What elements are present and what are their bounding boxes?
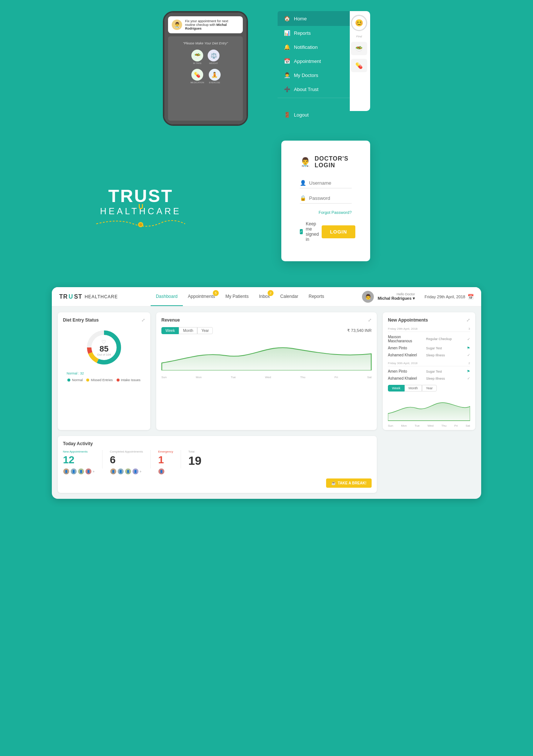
appt-name-4: Amen Pinto [388,369,426,373]
appt-date-header-2: Friday 30th April, 2018 2 [388,362,470,366]
intake-icon: 🥗 [191,50,203,61]
dashboard-row-2: Today Activity New Appointments 12 👤 👤 👤… [52,436,481,499]
dashboard-logo: TR U ST HEALTHCARE [59,293,118,300]
mydoctors-icon: 👨‍⚕️ [284,72,290,78]
appt-type-5: Sleep Illness [426,377,464,380]
notification-label: Notification [294,44,318,50]
comp-avatar-4: 👤 [132,468,139,475]
appt-day-thu: Thu [441,424,446,427]
stethoscope-icon: ∪ [138,202,145,211]
section2-inner: TR U ∪ ST HEALTHCARE [0,141,533,261]
keep-signed-row: ✓ Keep me signed in LOGIN [300,221,352,242]
diet-expand-icon[interactable]: ⤢ [141,317,145,323]
appt-title-row: New Appointments ⤢ [388,317,470,323]
total-label: Total [188,450,202,453]
appt-group-2: Friday 30th April, 2018 2 Amen Pinto Sug… [388,362,470,382]
sidebar-item-notification[interactable]: 🔔 Notification [278,40,350,54]
appt-tab-week[interactable]: Week [388,385,405,392]
appt-date-2: Friday 30th April, 2018 [388,362,418,365]
username-label[interactable]: Michal Rodrigues ▾ [378,296,415,301]
inbox-badge: 2 [268,290,274,296]
new-appointments-card: New Appointments ⤢ Friday 29th April, 20… [383,312,475,430]
password-input[interactable] [309,195,352,201]
appt-row-5: Ashamed Khaleel Sleep Illness ✓ [388,375,470,382]
donut-number: 85 [97,345,111,353]
date-text: Friday 29th April, 2018 [425,295,465,299]
nav-appointments-label: Appointments [188,294,215,299]
appt-row-2: Amen Pinto Sugar Test ⚑ [388,345,470,352]
appointments-badge: 5 [213,290,219,296]
dashboard-body: Diet Entry Status ⤢ ♡ [52,306,481,436]
sidebar-item-mydoctors[interactable]: 👨‍⚕️ My Doctors [278,68,350,82]
revenue-amount: ₹ 73,540 INR [347,328,372,333]
phone-notification: 👨‍⚕️ Fix your appointment for next routi… [168,16,243,33]
peek-face-circle: 😊 [351,15,367,31]
take-break-button[interactable]: ☕ TAKE A BREAK! [326,478,372,488]
password-field-row: 🔒 [300,195,352,204]
appt-chart-svg [388,395,470,421]
tab-week[interactable]: Week [161,327,179,334]
login-button[interactable]: LOGIN [322,225,355,238]
peek-find-label: Find [356,35,362,38]
mydoctors-label: My Doctors [294,73,318,78]
tab-month[interactable]: Month [179,327,197,334]
appt-count-1: 3 [469,327,470,330]
nav-item-appointments[interactable]: Appointments 5 [183,287,220,306]
nav-item-inbox[interactable]: Inbox 2 [254,287,275,306]
notification-icon: 🔔 [284,44,290,50]
nav-item-calendar[interactable]: Calendar [275,287,304,306]
appt-mini-chart: Sun Mon Tue Wed Thu Fri Sat [388,395,470,425]
sidebar-item-reports[interactable]: 📊 Reports [278,26,350,40]
appt-row-1: Maxson Mascharanous Regular Checkup ✓ [388,333,470,345]
appt-day-mon: Mon [401,424,407,427]
phone-screen: 👨‍⚕️ Fix your appointment for next routi… [164,13,247,124]
weight-icon: ⚖️ [208,50,219,61]
sidebar-item-appointment[interactable]: 📅 Appointment [278,54,350,68]
dashboard-header: TR U ST HEALTHCARE Dashboard Appointment… [52,287,481,306]
keep-signed-label: Keep me signed in [306,221,319,242]
appt-expand-icon[interactable]: ⤢ [466,317,470,323]
dashboard-user-area: 👨 Hello Doctor Michal Rodrigues ▾ Friday… [362,291,474,303]
left-phone-mockup: 👨‍⚕️ Fix your appointment for next routi… [163,11,248,126]
donut-container: ♡ 85 Out of 104 [63,327,145,368]
dashboard-nav: Dashboard Appointments 5 My Patients Inb… [151,287,329,306]
legend-normal: Normal [67,378,83,382]
nav-item-patients[interactable]: My Patients [220,287,254,306]
appt-tab-year[interactable]: Year [422,385,437,392]
missed-dot [86,379,89,382]
appointment-label: Appointment [294,58,321,64]
sidebar-item-home[interactable]: 🏠 Home [278,11,350,26]
forgot-password-link[interactable]: Forgot Password? [300,210,352,215]
logout-label: Logout [294,112,309,118]
donut-center: ♡ 85 Out of 104 [97,339,111,356]
sidebar-logout[interactable]: 🚪 Logout [278,107,350,122]
keep-signed-checkbox[interactable]: ✓ [300,229,303,234]
appointment-icon: 📅 [284,58,290,64]
tab-year[interactable]: Year [197,327,213,334]
revenue-expand-icon[interactable]: ⤢ [368,317,372,323]
dash-logo-trust: TR [59,293,68,300]
sidebar-menu: 🏠 Home 📊 Reports 🔔 Notification 📅 Appoin… [278,11,350,126]
normal-label: Normal : 32 [63,372,145,375]
normal-legend-label: Normal [72,378,83,382]
dash-logo-healthcare: HEALTHCARE [83,294,118,299]
home-icon: 🏠 [284,16,290,21]
appt-day-fri: Fri [454,424,457,427]
appt-name-5: Ashamed Khaleel [388,376,426,380]
day-thu: Thu [300,376,305,379]
nav-item-dashboard[interactable]: Dashboard [151,287,183,306]
completed-avatars: 👤 👤 👤 👤 + [110,468,143,475]
appt-tab-month[interactable]: Month [405,385,422,392]
nav-item-reports[interactable]: Reports [304,287,329,306]
sidebar-item-about[interactable]: ➕ About Trust [278,82,350,96]
dash-logo-u: U [68,293,73,300]
avatar-3: 👤 [78,468,84,475]
appt-row-4: Amen Pinto Sugar Test ⚑ [388,368,470,375]
username-input[interactable] [309,180,352,186]
login-title-row: 👨‍⚕️ DOCTOR'S LOGIN [300,155,352,169]
stat-divider-1 [102,450,103,468]
trust-main-text: TR U ∪ ST [108,186,173,206]
avatar-1: 👤 [63,468,70,475]
calendar-icon: 📅 [467,294,474,300]
completed-count: 6 [110,455,143,465]
